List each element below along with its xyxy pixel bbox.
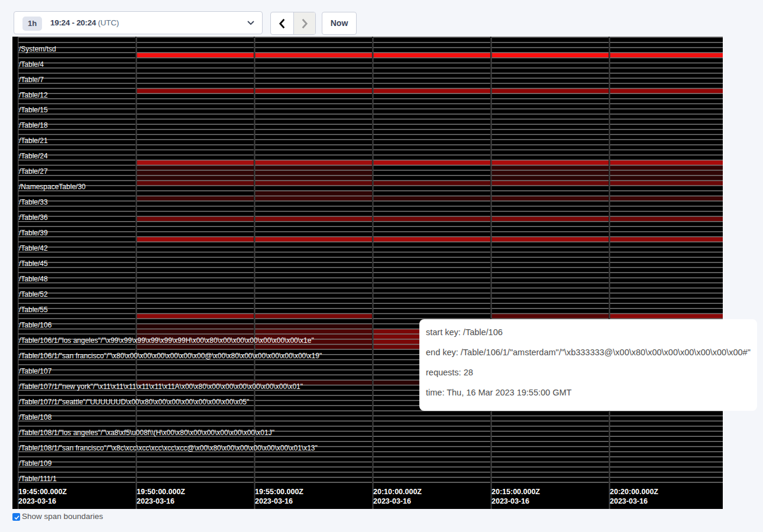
svg-text:2023-03-16: 2023-03-16 — [492, 497, 529, 505]
svg-text:/Table/45: /Table/45 — [19, 259, 48, 268]
svg-text:/Table/48: /Table/48 — [19, 275, 48, 283]
svg-text:/Table/55: /Table/55 — [19, 306, 48, 314]
svg-text:/Table/111/1: /Table/111/1 — [19, 475, 57, 483]
svg-text:/Table/39: /Table/39 — [19, 229, 48, 237]
svg-text:/Table/21: /Table/21 — [19, 137, 48, 145]
svg-text:20:10:00.000Z: 20:10:00.000Z — [373, 488, 422, 496]
svg-text:20:20:00.000Z: 20:20:00.000Z — [610, 488, 658, 496]
svg-text:/Table/107/1/"seattle"/"UUUUUU: /Table/107/1/"seattle"/"UUUUUUD\x00\x80\… — [19, 398, 249, 406]
svg-text:/Table/36: /Table/36 — [19, 213, 48, 222]
svg-text:19:50:00.000Z: 19:50:00.000Z — [137, 488, 185, 496]
svg-text:/Table/107/1/"new york"/"\x11\: /Table/107/1/"new york"/"\x11\x11\x11\x1… — [19, 382, 303, 391]
svg-text:/Table/108/1/"los angeles"/"\x: /Table/108/1/"los angeles"/"\xa8\xf5\u00… — [19, 429, 274, 437]
svg-text:19:55:00.000Z: 19:55:00.000Z — [255, 488, 303, 496]
svg-text:/Table/108: /Table/108 — [19, 413, 52, 421]
svg-text:/Table/109: /Table/109 — [19, 459, 52, 468]
svg-text:/Table/4: /Table/4 — [19, 60, 44, 69]
svg-text:/Table/12: /Table/12 — [19, 91, 48, 99]
svg-text:/Table/42: /Table/42 — [19, 244, 48, 252]
svg-text:19:45:00.000Z: 19:45:00.000Z — [18, 488, 67, 496]
svg-text:/Table/24: /Table/24 — [19, 152, 48, 160]
svg-text:/Table/33: /Table/33 — [19, 198, 48, 206]
svg-text:2023-03-16: 2023-03-16 — [18, 497, 56, 505]
svg-text:/System/tsd: /System/tsd — [19, 45, 56, 53]
svg-text:/Table/52: /Table/52 — [19, 290, 48, 299]
svg-text:/Table/15: /Table/15 — [19, 106, 48, 114]
svg-text:/Table/107: /Table/107 — [19, 367, 52, 375]
svg-text:2023-03-16: 2023-03-16 — [137, 497, 174, 505]
svg-text:/Table/18: /Table/18 — [19, 121, 48, 129]
svg-text:/NamespaceTable/30: /NamespaceTable/30 — [19, 183, 86, 191]
svg-text:2023-03-16: 2023-03-16 — [255, 497, 293, 505]
svg-text:2023-03-16: 2023-03-16 — [610, 497, 648, 505]
svg-text:2023-03-16: 2023-03-16 — [373, 497, 411, 505]
svg-text:/Table/27: /Table/27 — [19, 167, 48, 176]
svg-text:/Table/106/1/"los angeles"/"\x: /Table/106/1/"los angeles"/"\x99\x99\x99… — [19, 336, 314, 345]
svg-text:20:15:00.000Z: 20:15:00.000Z — [492, 488, 540, 496]
svg-text:/Table/106: /Table/106 — [19, 321, 52, 329]
svg-text:/Table/106/1/"san francisco"/": /Table/106/1/"san francisco"/"\x80\x00\x… — [19, 352, 322, 360]
svg-text:/Table/7: /Table/7 — [19, 76, 44, 84]
svg-text:/Table/108/1/"san francisco"/": /Table/108/1/"san francisco"/"\x8c\xcc\x… — [19, 444, 318, 452]
